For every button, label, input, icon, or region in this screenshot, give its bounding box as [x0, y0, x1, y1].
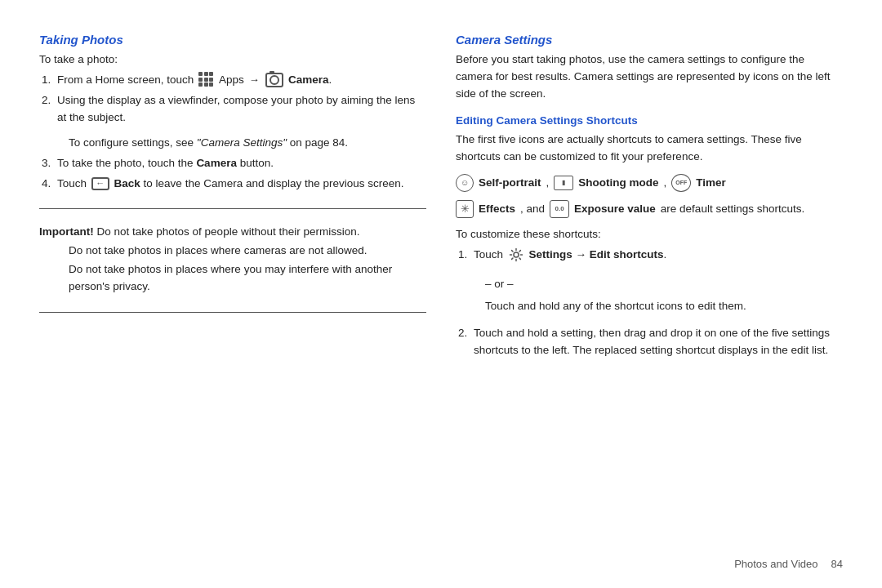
custom-step-1: Touch Settings → Edit shortcuts.	[470, 247, 843, 264]
customize-intro: To customize these shortcuts:	[456, 226, 843, 243]
footer: Photos and Video 84	[734, 558, 843, 570]
sep2: ,	[664, 176, 667, 189]
sep3: , and	[520, 203, 545, 215]
timer-label: Timer	[696, 176, 726, 189]
svg-point-0	[514, 252, 519, 257]
custom-steps-list: Touch Settings → Edit shortcuts.	[470, 247, 843, 267]
page-content: Taking Photos To take a photo: From a Ho…	[0, 0, 882, 588]
important-line1: Important! Do not take photos of people …	[39, 224, 426, 241]
arrow-icon: →	[249, 74, 263, 86]
settings-shortcut-label: Settings → Edit shortcuts	[529, 248, 664, 261]
shortcuts-row-2: ✳ Effects , and 0.0 Exposure value are d…	[456, 200, 843, 218]
timer-icon: OFF	[671, 174, 691, 192]
editing-shortcuts-title: Editing Camera Settings Shortcuts	[456, 114, 843, 127]
left-column: Taking Photos To take a photo: From a Ho…	[39, 33, 426, 555]
apps-label: Apps	[219, 74, 244, 86]
self-portrait-icon: ☺	[456, 174, 474, 192]
custom-steps-list-2: Touch and hold a setting, then drag and …	[470, 325, 843, 363]
custom-step-2: Touch and hold a setting, then drag and …	[470, 325, 843, 359]
taking-photos-title: Taking Photos	[39, 33, 426, 47]
important-text1: Do not take photos of people without the…	[97, 225, 360, 238]
exposure-icon: 0.0	[550, 200, 569, 218]
self-portrait-label: Self-portrait	[479, 176, 541, 189]
gear-svg	[509, 247, 523, 262]
camera-icon	[265, 73, 283, 87]
configure-text: To configure settings, see	[69, 136, 197, 149]
configure-rest: on page 84.	[287, 136, 348, 149]
step4-bold: Back	[114, 177, 140, 189]
shortcuts-row-1: ☺ Self-portrait , ▮ Shooting mode , OFF …	[456, 174, 843, 192]
back-icon	[91, 177, 109, 190]
subsection-intro: The first five icons are actually shortc…	[456, 131, 843, 166]
divider-top	[39, 208, 426, 209]
steps-list: From a Home screen, touch Apps → Camera.…	[54, 72, 426, 130]
shooting-mode-icon: ▮	[554, 176, 573, 190]
important-text2: Do not take photos in places where camer…	[69, 244, 367, 256]
camera-settings-title: Camera Settings	[456, 33, 843, 47]
important-block: Important! Do not take photos of people …	[39, 224, 426, 297]
important-label: Important!	[39, 225, 94, 238]
apps-icon	[198, 72, 215, 88]
step4-before: Touch	[57, 177, 90, 189]
configure-italic: "Camera Settings"	[197, 136, 287, 149]
intro-text: To take a photo:	[39, 51, 426, 69]
footer-section: Photos and Video	[734, 558, 817, 570]
important-text3: Do not take photos in places where you m…	[69, 263, 392, 292]
effects-label: Effects	[479, 203, 515, 215]
settings-icon	[508, 247, 524, 263]
right-column: Camera Settings Before you start taking …	[456, 33, 843, 555]
important-line3: Do not take photos in places where you m…	[69, 261, 426, 296]
period2: .	[664, 248, 667, 261]
divider-bottom	[39, 312, 426, 313]
step1-text-before: From a Home screen, touch	[57, 74, 197, 86]
default-text: are default settings shortcuts.	[661, 203, 804, 215]
step2-text: Using the display as a viewfinder, compo…	[57, 94, 415, 123]
configure-note: To configure settings, see "Camera Setti…	[69, 135, 426, 152]
important-line2: Do not take photos in places where camer…	[69, 243, 426, 260]
step3-after: button.	[237, 157, 274, 169]
custom-step1-before: Touch	[474, 248, 506, 261]
or-text: – or –	[485, 276, 843, 293]
exposure-label: Exposure value	[574, 203, 656, 215]
effects-icon: ✳	[456, 200, 474, 218]
sep1: ,	[546, 176, 550, 189]
period1: .	[329, 74, 332, 86]
step-1: From a Home screen, touch Apps → Camera.	[54, 72, 426, 89]
camera-settings-intro: Before you start taking photos, use the …	[456, 51, 843, 103]
step-2: Using the display as a viewfinder, compo…	[54, 92, 426, 127]
step-4: Touch Back to leave the Camera and displ…	[54, 176, 426, 193]
step3-bold: Camera	[196, 157, 237, 169]
steps-list-2: To take the photo, touch the Camera butt…	[54, 155, 426, 196]
step4-after: to leave the Camera and display the prev…	[144, 177, 404, 189]
step-3: To take the photo, touch the Camera butt…	[54, 155, 426, 172]
footer-page: 84	[831, 558, 843, 570]
camera-label: Camera	[288, 74, 329, 86]
custom-step2-text: Touch and hold a setting, then drag and …	[474, 327, 830, 356]
shooting-mode-label: Shooting mode	[578, 176, 658, 189]
or-note: Touch and hold any of the shortcut icons…	[485, 298, 843, 315]
step3-before: To take the photo, touch the	[57, 157, 196, 169]
